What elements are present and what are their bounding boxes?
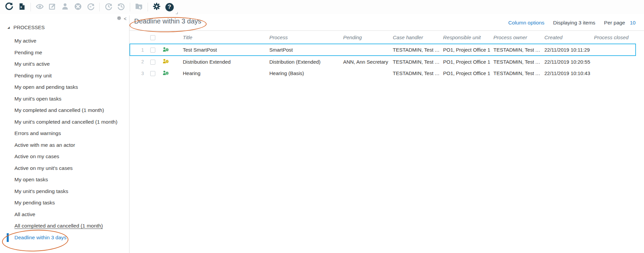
sidebar-item-all-completed-cancelled[interactable]: All completed and cancelled (1 month): [0, 220, 129, 232]
process-person-gear-icon: [163, 47, 169, 52]
table-header-row: Title Process Pending Case handler Respo…: [130, 31, 636, 44]
cancel-circle-icon: [74, 2, 82, 12]
toolbar-divider: [99, 3, 100, 11]
help-icon: ?: [165, 3, 174, 11]
row-number: 3: [130, 67, 147, 79]
cell-process-owner: TESTADMIN, Test A...: [491, 44, 542, 56]
cell-process-closed: [591, 56, 636, 67]
refresh-icon: [5, 2, 13, 12]
history-clock-icon: [117, 2, 125, 12]
select-all-checkbox[interactable]: [150, 35, 155, 40]
header-process[interactable]: Process: [267, 31, 340, 44]
cell-process-closed: [591, 67, 636, 79]
resubmit-clock-icon: [104, 2, 113, 12]
cell-process-closed: [591, 44, 636, 56]
edit-icon: [48, 2, 56, 12]
rerun-process-icon: »: [87, 2, 95, 12]
sidebar-item-my-units-active[interactable]: My unit's active: [0, 58, 129, 70]
open-case-cursor-icon: [135, 2, 143, 12]
sidebar-item-pending-my-unit[interactable]: Pending my unit: [0, 70, 129, 82]
cell-process: Distribution (Extended): [267, 56, 340, 67]
cell-process-owner: TESTADMIN, Test A...: [491, 56, 542, 67]
sidebar-item-deadline-within-3-days[interactable]: Deadline within 3 days: [0, 232, 129, 244]
header-case-handler[interactable]: Case handler: [390, 31, 440, 44]
sidebar-group-processes[interactable]: ◢ PROCESSES: [7, 24, 45, 30]
header-pending[interactable]: Pending: [340, 31, 390, 44]
help-button[interactable]: ?: [163, 1, 176, 13]
sidebar-item-my-pending-tasks[interactable]: My pending tasks: [0, 197, 129, 209]
svg-text:»: »: [89, 4, 91, 8]
per-page-value[interactable]: 10: [630, 20, 636, 26]
svg-text:x: x: [20, 5, 22, 9]
sidebar-item-active-on-my-units-cases[interactable]: Active on my unit's cases: [0, 163, 129, 174]
assign-user-icon: [61, 2, 69, 12]
cell-title: Hearing: [180, 67, 267, 79]
sidebar-item-my-units-open-tasks[interactable]: My unit's open tasks: [0, 93, 129, 105]
assign-user-button[interactable]: [59, 1, 71, 13]
sidebar-item-my-units-pending-tasks[interactable]: My unit's pending tasks: [0, 186, 129, 197]
preview-eye-icon: [36, 2, 44, 12]
sidebar-item-my-units-completed-cancelled[interactable]: My unit's completed and cancelled (1 mon…: [0, 116, 129, 128]
cancel-process-button[interactable]: [71, 1, 84, 13]
preview-button[interactable]: [33, 1, 46, 13]
main-toolbar: x »: [0, 0, 644, 14]
mini-gear-icon[interactable]: [117, 16, 121, 22]
displaying-count-label: Displaying 3 items: [553, 20, 595, 26]
export-excel-icon: x: [18, 3, 26, 12]
open-case-button[interactable]: [132, 1, 145, 13]
history-button[interactable]: [115, 1, 127, 13]
per-page-label: Per page: [604, 20, 625, 26]
cell-pending: [340, 44, 390, 56]
cell-case-handler: TESTADMIN, Test A...: [390, 56, 440, 67]
table-row[interactable]: 2 Distribution Extended Distribution (Ex…: [130, 56, 636, 67]
header-responsible-unit[interactable]: Responsible unit: [440, 31, 491, 44]
sidebar-item-my-open-tasks[interactable]: My open tasks: [0, 174, 129, 186]
list-controls: Column options Displaying 3 items Per pa…: [508, 20, 636, 26]
cell-responsible-unit: PO1, Project Office 1: [440, 67, 491, 79]
export-excel-button[interactable]: x: [15, 1, 28, 13]
collapse-chevron-icon[interactable]: <: [124, 16, 126, 21]
header-process-owner[interactable]: Process owner: [491, 31, 542, 44]
column-options-link[interactable]: Column options: [508, 20, 544, 26]
settings-button[interactable]: [150, 1, 163, 13]
header-title[interactable]: Title: [180, 31, 267, 44]
row-number: 2: [130, 56, 147, 67]
sidebar-item-all-active[interactable]: All active: [0, 209, 129, 220]
sidebar-list: My active Pending me My unit's active Pe…: [0, 35, 129, 243]
cell-created: 22/11/2019 10:10:43: [542, 67, 591, 79]
sidebar-item-active-with-me-as-actor[interactable]: Active with me as an actor: [0, 139, 129, 151]
table-row[interactable]: 3 Hearing Hearing (Basis) TESTADMIN, Tes…: [130, 67, 636, 79]
row-checkbox[interactable]: [150, 48, 155, 53]
table-row[interactable]: 1 Test SmartPost SmartPost TESTADMIN, Te…: [130, 44, 636, 56]
cell-pending: ANN, Ann Secretary: [340, 56, 390, 67]
cell-case-handler: TESTADMIN, Test A...: [390, 67, 440, 79]
edit-button[interactable]: [46, 1, 59, 13]
refresh-button[interactable]: [3, 1, 15, 13]
sidebar: < ◢ PROCESSES My active Pending me My un…: [0, 14, 129, 253]
rerun-process-button[interactable]: »: [84, 1, 97, 13]
cell-created: 22/11/2019 10:11:29: [542, 44, 591, 56]
sidebar-item-pending-me[interactable]: Pending me: [0, 47, 129, 59]
resubmit-button[interactable]: [102, 1, 115, 13]
sidebar-item-my-active[interactable]: My active: [0, 35, 129, 47]
header-icon: [158, 31, 180, 44]
process-table: Title Process Pending Case handler Respo…: [129, 31, 636, 79]
cell-process: Hearing (Basis): [267, 67, 340, 79]
row-checkbox[interactable]: [150, 60, 155, 65]
row-checkbox[interactable]: [150, 71, 155, 76]
sidebar-item-errors-and-warnings[interactable]: Errors and warnings: [0, 128, 129, 139]
sidebar-item-my-completed-cancelled[interactable]: My completed and cancelled (1 month): [0, 105, 129, 116]
header-created[interactable]: Created: [542, 31, 591, 44]
settings-gear-icon: [152, 2, 161, 12]
sidebar-item-active-on-my-cases[interactable]: Active on my cases: [0, 151, 129, 163]
sidebar-group-label: PROCESSES: [13, 24, 45, 30]
process-person-gear-icon: [163, 70, 169, 75]
cell-responsible-unit: PO1, Project Office 1: [440, 44, 491, 56]
sidebar-item-my-open-and-pending-tasks[interactable]: My open and pending tasks: [0, 81, 129, 93]
page-title: Deadline within 3 days: [134, 17, 201, 25]
cell-responsible-unit: PO1, Project Office 1: [440, 56, 491, 67]
cell-title: Distribution Extended: [180, 56, 267, 67]
header-process-closed[interactable]: Process closed: [591, 31, 636, 44]
row-number: 1: [130, 44, 147, 56]
tree-expand-icon: ◢: [7, 26, 10, 29]
